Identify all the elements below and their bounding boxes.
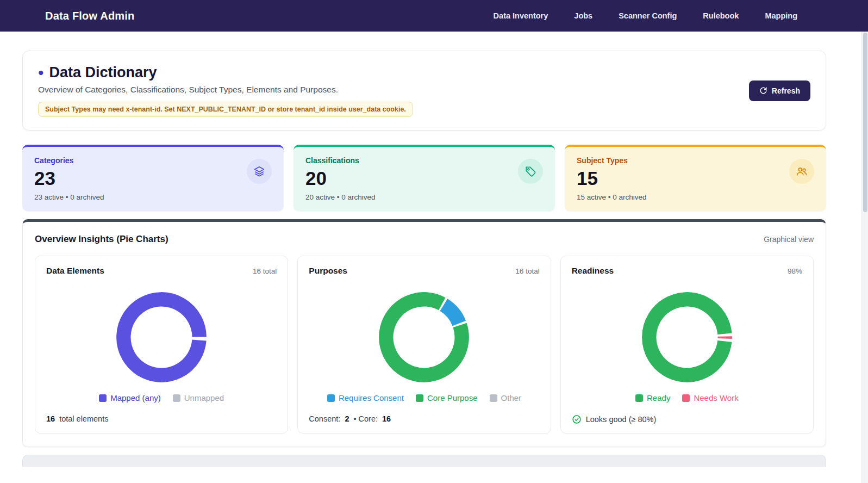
navbar: Data Flow Admin Data Inventory Jobs Scan…: [0, 0, 868, 32]
chart-header: Data Elements 16 total: [46, 266, 277, 276]
chart-footer: Consent: 2 • Core: 16: [309, 414, 539, 423]
nav-item-jobs[interactable]: Jobs: [574, 11, 592, 20]
scrollbar-track[interactable]: [861, 32, 868, 483]
stat-icon-circle: [518, 159, 543, 184]
page-header-card: • Data Dictionary Overview of Categories…: [22, 51, 826, 131]
donut-segment: [123, 299, 199, 375]
scrollbar-thumb[interactable]: [863, 33, 867, 212]
chart-total-label: 98%: [788, 267, 802, 275]
chart-header: Readiness 98%: [572, 266, 802, 276]
chart-total-label: 16 total: [515, 267, 539, 275]
charts-grid: Data Elements 16 total Mapped (any)Unmap…: [35, 256, 814, 434]
insights-title: Overview Insights (Pie Charts): [35, 234, 168, 245]
stats-row: Categories 23 23 active • 0 archived Cla…: [22, 145, 826, 211]
donut-segment: [649, 299, 725, 375]
legend-item[interactable]: Core Purpose: [416, 393, 478, 403]
donut-chart-svg: [378, 291, 470, 383]
legend-swatch: [490, 394, 497, 402]
legend-label: Other: [501, 393, 522, 403]
donut-chart: [309, 291, 539, 383]
donut-chart-svg: [115, 291, 208, 383]
chart-title: Readiness: [572, 266, 614, 276]
stat-title: Classifications: [305, 156, 543, 165]
nav-item-mapping[interactable]: Mapping: [765, 11, 797, 20]
chart-footer: Looks good (≥ 80%): [572, 414, 802, 424]
check-circle-icon: [572, 414, 582, 424]
nav-item-scanner-config[interactable]: Scanner Config: [619, 11, 677, 20]
chart-card-data-elements: Data Elements 16 total Mapped (any)Unmap…: [35, 256, 288, 434]
stat-value: 20: [305, 168, 543, 189]
chart-footer-text: Looks good (≥ 80%): [586, 415, 657, 424]
chart-footer-text: 16: [46, 414, 55, 423]
chart-footer-text: 2: [345, 414, 349, 423]
page-title: Data Dictionary: [49, 64, 157, 81]
legend-item[interactable]: Ready: [635, 393, 670, 403]
app-brand[interactable]: Data Flow Admin: [45, 10, 134, 22]
chart-card-purposes: Purposes 16 total Requires ConsentCore P…: [297, 256, 551, 434]
legend-label: Ready: [647, 393, 670, 403]
chart-title: Purposes: [309, 266, 347, 276]
legend-item[interactable]: Other: [490, 393, 522, 403]
chart-header: Purposes 16 total: [309, 266, 539, 276]
users-icon: [796, 165, 808, 177]
legend-label: Core Purpose: [427, 393, 478, 403]
legend-label: Needs Work: [694, 393, 738, 403]
refresh-icon: [759, 86, 767, 95]
chart-legend: Requires ConsentCore PurposeOther: [309, 393, 539, 403]
stat-icon-circle: [789, 159, 814, 184]
insights-header: Overview Insights (Pie Charts) Graphical…: [35, 234, 814, 245]
stat-card-categories: Categories 23 23 active • 0 archived: [22, 145, 284, 211]
chart-footer: 16 total elements: [46, 414, 277, 423]
stat-detail: 23 active • 0 archived: [34, 193, 272, 201]
tag-icon: [524, 165, 536, 177]
insights-section: Overview Insights (Pie Charts) Graphical…: [22, 219, 826, 447]
nav-item-rulebook[interactable]: Rulebook: [703, 11, 739, 20]
stat-detail: 20 active • 0 archived: [305, 193, 543, 201]
layers-icon: [253, 165, 265, 177]
legend-swatch: [327, 394, 335, 402]
legend-swatch: [99, 394, 107, 402]
legend-label: Mapped (any): [110, 393, 161, 403]
chart-footer-text: Looks good (≥ 80%): [586, 415, 657, 424]
donut-chart: [572, 291, 802, 383]
stat-card-classifications: Classifications 20 20 active • 0 archive…: [294, 145, 555, 211]
stat-title: Categories: [34, 156, 272, 165]
donut-chart: [46, 291, 277, 383]
chart-footer-text: Consent:: [309, 414, 340, 423]
title-bullet-icon: •: [38, 66, 44, 80]
legend-swatch: [635, 394, 643, 402]
page-header-left: • Data Dictionary Overview of Categories…: [38, 64, 413, 117]
page-subtitle: Overview of Categories, Classifications,…: [38, 85, 413, 95]
legend-label: Unmapped: [184, 393, 224, 403]
legend-item[interactable]: Mapped (any): [99, 393, 161, 403]
page-title-row: • Data Dictionary: [38, 64, 413, 81]
next-section-top-edge: [22, 455, 826, 467]
main-content: • Data Dictionary Overview of Categories…: [22, 51, 826, 467]
chart-title: Data Elements: [46, 266, 104, 276]
refresh-button-label: Refresh: [772, 86, 800, 95]
stat-value: 15: [577, 168, 814, 189]
legend-label: Requires Consent: [339, 393, 404, 403]
stat-card-subject-types: Subject Types 15 15 active • 0 archived: [565, 145, 826, 211]
chart-footer-text: • Core:: [353, 414, 378, 423]
legend-swatch: [416, 394, 423, 402]
stat-icon-circle: [247, 159, 272, 184]
donut-segment: [444, 305, 459, 324]
chart-footer-text: 16: [382, 414, 391, 423]
refresh-button[interactable]: Refresh: [749, 81, 810, 101]
legend-item[interactable]: Unmapped: [173, 393, 224, 403]
legend-swatch: [173, 394, 180, 402]
legend-item[interactable]: Needs Work: [682, 393, 738, 403]
legend-item[interactable]: Requires Consent: [327, 393, 404, 403]
chart-card-readiness: Readiness 98% ReadyNeeds Work Looks good…: [560, 256, 814, 434]
nav-items: Data Inventory Jobs Scanner Config Ruleb…: [494, 11, 797, 20]
graphical-view-label: Graphical view: [764, 235, 814, 244]
nav-item-data-inventory[interactable]: Data Inventory: [494, 11, 548, 20]
chart-footer-text: total elements: [59, 414, 108, 423]
stat-value: 23: [34, 168, 272, 189]
chart-legend: ReadyNeeds Work: [572, 393, 802, 403]
stat-title: Subject Types: [577, 156, 814, 165]
tenant-notice-banner: Subject Types may need x-tenant-id. Set …: [38, 102, 413, 117]
stat-detail: 15 active • 0 archived: [577, 193, 814, 201]
donut-chart-svg: [641, 291, 733, 383]
